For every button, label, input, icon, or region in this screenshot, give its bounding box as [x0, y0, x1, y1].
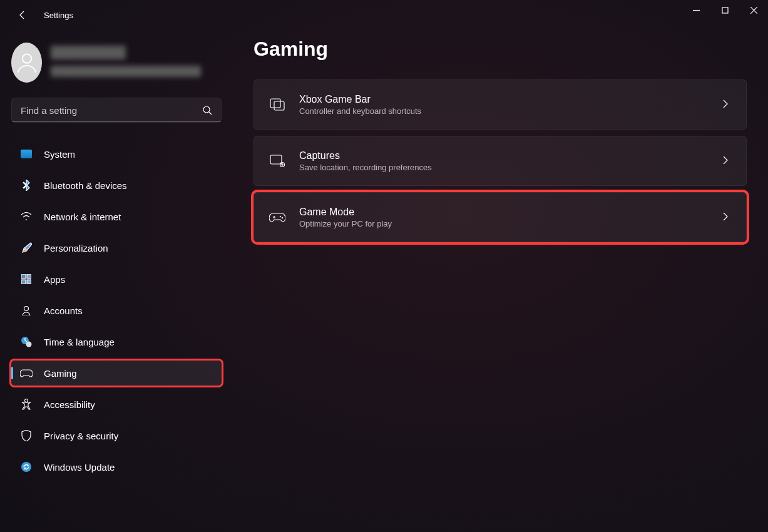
card-title: Xbox Game Bar	[299, 94, 721, 105]
chevron-right-icon	[721, 100, 731, 110]
user-info	[51, 46, 227, 79]
sidebar-item-label: System	[44, 149, 75, 160]
minimize-button[interactable]	[682, 0, 710, 20]
svg-point-3	[26, 219, 28, 221]
search-box[interactable]	[11, 98, 222, 123]
apps-icon	[20, 273, 33, 285]
maximize-button[interactable]	[710, 0, 739, 20]
sidebar-item-windows-update[interactable]: Windows Update	[11, 454, 222, 479]
bluetooth-icon	[20, 179, 33, 192]
svg-point-10	[26, 342, 32, 347]
search-icon	[202, 105, 212, 115]
sidebar-item-accessibility[interactable]: Accessibility	[11, 392, 222, 417]
card-title: Captures	[299, 150, 721, 161]
svg-rect-5	[27, 274, 31, 279]
page-title: Gaming	[253, 38, 749, 61]
gamemode-icon	[269, 209, 285, 225]
sidebar-item-label: Gaming	[44, 368, 77, 379]
chevron-right-icon	[721, 156, 731, 166]
avatar	[11, 43, 42, 83]
svg-point-11	[25, 399, 28, 402]
svg-point-8	[24, 307, 29, 311]
sidebar-item-bluetooth[interactable]: Bluetooth & devices	[11, 173, 222, 198]
sidebar-item-label: Personalization	[44, 243, 108, 253]
sidebar-item-label: Accessibility	[44, 399, 95, 410]
search-input[interactable]	[21, 105, 202, 116]
wifi-icon	[20, 210, 33, 223]
svg-point-18	[282, 217, 283, 218]
shield-icon	[20, 429, 33, 442]
sidebar-item-privacy-security[interactable]: Privacy & security	[11, 423, 222, 448]
accessibility-icon	[20, 398, 33, 411]
captures-icon	[269, 153, 285, 169]
sidebar-item-label: Network & internet	[44, 212, 121, 222]
svg-rect-14	[274, 101, 284, 110]
svg-rect-13	[270, 99, 280, 108]
sidebar-item-label: Accounts	[44, 305, 83, 316]
card-title: Game Mode	[299, 207, 721, 218]
sidebar-item-label: Apps	[44, 274, 65, 285]
clock-globe-icon	[20, 335, 33, 348]
app-title: Settings	[44, 11, 73, 20]
chevron-right-icon	[721, 212, 731, 222]
svg-point-2	[203, 106, 210, 113]
monitor-icon	[20, 148, 33, 160]
svg-point-12	[21, 462, 31, 472]
window-controls	[682, 0, 768, 20]
card-xbox-game-bar[interactable]: Xbox Game Bar Controller and keyboard sh…	[253, 79, 747, 130]
paintbrush-icon	[20, 242, 33, 254]
sidebar-item-gaming[interactable]: Gaming	[11, 361, 222, 386]
card-subtitle: Save location, recording preferences	[299, 163, 721, 172]
svg-rect-4	[21, 274, 26, 279]
user-profile[interactable]	[11, 43, 227, 83]
person-icon	[20, 304, 33, 317]
sidebar-item-network[interactable]: Network & internet	[11, 204, 222, 229]
update-icon	[20, 461, 33, 473]
titlebar: Settings	[0, 0, 768, 30]
sidebar: System Bluetooth & devices Network & int…	[0, 38, 238, 486]
close-button[interactable]	[739, 0, 768, 20]
sidebar-item-apps[interactable]: Apps	[11, 267, 222, 292]
gamepad-icon	[20, 367, 33, 379]
svg-point-17	[280, 216, 281, 217]
gamebar-icon	[269, 96, 285, 113]
sidebar-item-time-language[interactable]: Time & language	[11, 329, 222, 354]
svg-point-1	[23, 54, 31, 63]
card-subtitle: Controller and keyboard shortcuts	[299, 106, 721, 116]
sidebar-item-accounts[interactable]: Accounts	[11, 298, 222, 323]
sidebar-item-label: Bluetooth & devices	[44, 180, 127, 191]
svg-rect-15	[270, 155, 282, 164]
sidebar-item-system[interactable]: System	[11, 141, 222, 166]
sidebar-item-label: Time & language	[44, 337, 115, 347]
back-button[interactable]	[10, 3, 35, 28]
sidebar-item-personalization[interactable]: Personalization	[11, 235, 222, 260]
svg-rect-6	[21, 280, 26, 284]
svg-rect-7	[27, 280, 31, 284]
card-captures[interactable]: Captures Save location, recording prefer…	[253, 136, 747, 186]
main-panel: Gaming Xbox Game Bar Controller and keyb…	[253, 38, 749, 242]
settings-cards: Xbox Game Bar Controller and keyboard sh…	[253, 79, 749, 242]
card-game-mode[interactable]: Game Mode Optimize your PC for play	[253, 192, 747, 242]
svg-rect-0	[722, 8, 728, 13]
card-subtitle: Optimize your PC for play	[299, 219, 721, 228]
nav-list: System Bluetooth & devices Network & int…	[11, 141, 222, 479]
sidebar-item-label: Privacy & security	[44, 431, 118, 441]
sidebar-item-label: Windows Update	[44, 462, 115, 473]
